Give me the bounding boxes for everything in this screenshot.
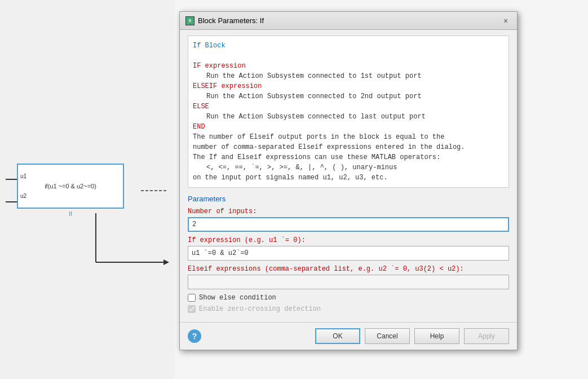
elseif-input[interactable] <box>188 275 509 289</box>
close-button[interactable]: × <box>500 15 511 27</box>
params-header: Parameters <box>188 195 509 203</box>
show-else-row: Show else condition <box>188 294 509 302</box>
desc-line-5: Run the Action Subsystem connected to 2n… <box>193 91 504 102</box>
description-box: If Block IF expression Run the Action Su… <box>188 36 509 188</box>
elseif-row: Elseif expressions (comma-separated list… <box>188 265 509 289</box>
modal-dialog: S Block Parameters: If × If Block IF exp… <box>179 11 518 350</box>
zero-crossing-label: Enable zero-crossing detection <box>199 305 321 313</box>
zero-crossing-row: Enable zero-crossing detection <box>188 305 509 313</box>
if-expr-input[interactable] <box>188 246 509 261</box>
elseif-label: Elseif expressions (comma-separated list… <box>188 265 509 273</box>
desc-line-1 <box>193 51 504 61</box>
desc-line-2: IF expression <box>193 61 504 71</box>
desc-line-0: If Block <box>193 41 504 51</box>
modal-footer: ? OK Cancel Help Apply <box>180 322 517 350</box>
simulink-icon: S <box>185 16 194 25</box>
num-inputs-label: Number of inputs: <box>188 208 509 215</box>
help-button[interactable]: Help <box>414 328 459 344</box>
desc-line-10: number of comma-separated Elseif express… <box>193 142 504 152</box>
help-icon-button[interactable]: ? <box>188 329 201 343</box>
zero-crossing-checkbox <box>188 305 196 313</box>
desc-line-3: Run the Action Subsystem connected to 1s… <box>193 71 504 81</box>
num-inputs-input[interactable] <box>188 217 509 232</box>
apply-button[interactable]: Apply <box>464 328 509 344</box>
modal-body: If Block IF expression Run the Action Su… <box>180 30 517 322</box>
modal-overlay: S Block Parameters: If × If Block IF exp… <box>0 0 588 379</box>
desc-line-13: on the input port signals named u1, u2, … <box>193 173 504 183</box>
footer-left: ? <box>188 329 201 343</box>
if-expr-row: If expression (e.g. u1 `= 0): <box>188 236 509 261</box>
show-else-checkbox[interactable] <box>188 294 196 302</box>
modal-title-left: S Block Parameters: If <box>185 16 264 25</box>
ok-button[interactable]: OK <box>315 328 360 344</box>
desc-line-4: ELSEIF expression <box>193 81 504 91</box>
desc-line-6: ELSE <box>193 102 504 112</box>
cancel-button[interactable]: Cancel <box>365 328 410 344</box>
modal-titlebar: S Block Parameters: If × <box>180 12 517 30</box>
desc-line-7: Run the Action Subsystem connected to la… <box>193 112 504 122</box>
modal-title: Block Parameters: If <box>198 16 264 25</box>
desc-line-12: <, <=, ==, `=, >, >=, &, |, ^, ( ), unar… <box>193 162 504 173</box>
desc-line-9: The number of Elseif output ports in the… <box>193 132 504 142</box>
if-expr-label: If expression (e.g. u1 `= 0): <box>188 236 509 244</box>
num-inputs-row: Number of inputs: <box>188 208 509 232</box>
desc-line-8: END <box>193 122 504 132</box>
desc-line-11: The If and Elseif expressions can use th… <box>193 152 504 162</box>
show-else-label[interactable]: Show else condition <box>199 294 276 302</box>
